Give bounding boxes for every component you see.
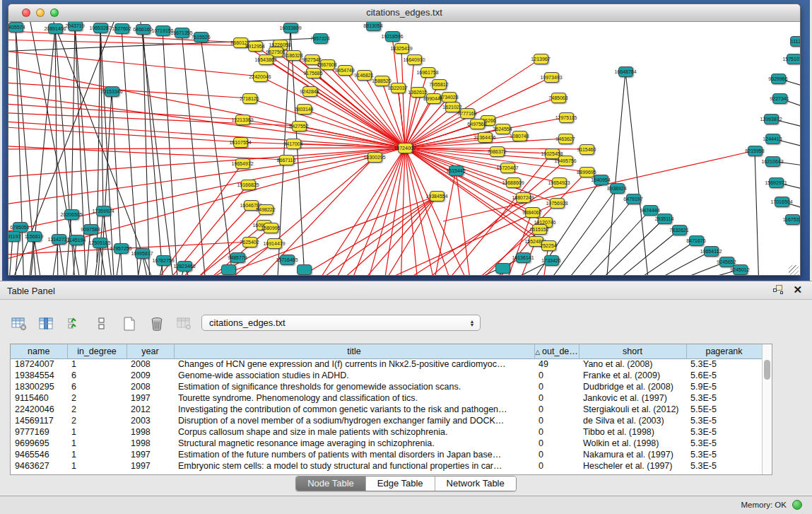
- graph-node[interactable]: 1156819: [27, 231, 42, 242]
- table-cell[interactable]: Hescheler et al. (1997): [579, 460, 686, 472]
- column-header-short[interactable]: short: [579, 344, 686, 358]
- graph-node[interactable]: 8471676: [689, 235, 704, 246]
- graph-node[interactable]: 10653287: [93, 23, 108, 33]
- graph-node[interactable]: 16543862: [259, 54, 273, 65]
- graph-node[interactable]: 8912954: [248, 41, 263, 52]
- table-cell[interactable]: Franke et al. (2009): [579, 370, 686, 381]
- table-cell[interactable]: Wolkin et al. (1998): [579, 438, 686, 449]
- table-cell[interactable]: de Silva et al. (2003): [579, 415, 686, 426]
- graph-node[interactable]: 16782759: [156, 255, 171, 266]
- table-cell[interactable]: 2012: [126, 404, 174, 415]
- node-attribute-table[interactable]: namein_degreeyeartitle△out_de…shortpager…: [11, 344, 763, 472]
- table-cell[interactable]: 2003: [126, 415, 174, 426]
- table-row[interactable]: 946362711997Embryonic stem cells: a mode…: [11, 460, 762, 472]
- float-panel-icon[interactable]: [773, 285, 783, 294]
- graph-node[interactable]: 15751074: [787, 54, 801, 64]
- graph-node[interactable]: 9245012: [733, 264, 748, 275]
- close-panel-icon[interactable]: ✕: [793, 285, 802, 294]
- table-cell[interactable]: 18300295: [11, 381, 67, 392]
- table-cell[interactable]: Disruption of a novel member of a sodium…: [174, 415, 534, 426]
- graph-node[interactable]: 15692971: [769, 177, 784, 188]
- graph-node[interactable]: 16648784: [618, 66, 633, 77]
- table-cell[interactable]: Yano et al. (2008): [579, 358, 686, 370]
- graph-node[interactable]: 16210643: [765, 156, 780, 167]
- column-header-pagerank[interactable]: pagerank: [686, 344, 762, 358]
- table-cell[interactable]: Nakamura et al. (1997): [579, 449, 686, 460]
- graph-node[interactable]: 16914479: [267, 238, 282, 249]
- table-cell[interactable]: 5.5E-5: [686, 404, 762, 415]
- graph-node[interactable]: 2043719: [68, 22, 83, 31]
- graph-node[interactable]: 8427552: [292, 121, 307, 132]
- graph-node[interactable]: 5498222: [259, 204, 273, 215]
- table-cell[interactable]: 9463627: [11, 460, 67, 472]
- table-cell[interactable]: 5.3E-5: [686, 392, 762, 404]
- graph-node[interactable]: 7955812: [432, 79, 447, 90]
- graph-node[interactable]: [495, 263, 510, 274]
- graph-node[interactable]: 16136141: [516, 252, 531, 263]
- table-cell[interactable]: 5.3E-5: [686, 358, 762, 370]
- graph-node[interactable]: 9115460: [579, 144, 594, 155]
- graph-node[interactable]: 19654923: [552, 177, 567, 188]
- graph-node[interactable]: 1167533: [785, 214, 800, 225]
- table-cell[interactable]: 1997: [126, 392, 174, 404]
- table-row[interactable]: 1456911722003Disruption of a novel membe…: [11, 415, 762, 426]
- column-header-out_de[interactable]: △out_de…: [534, 344, 579, 358]
- table-cell[interactable]: 2: [67, 404, 126, 415]
- table-cell[interactable]: 1: [67, 358, 126, 370]
- table-cell[interactable]: 0: [534, 449, 579, 460]
- graph-node[interactable]: 3624554: [495, 124, 510, 134]
- column-header-name[interactable]: name: [11, 344, 67, 358]
- table-cell[interactable]: 5.9E-5: [686, 381, 762, 392]
- table-vertical-scrollbar[interactable]: [762, 344, 772, 474]
- table-row[interactable]: 977716911998Corpus callosum shape and si…: [11, 426, 762, 438]
- window-resize-grip[interactable]: [789, 265, 799, 275]
- graph-node[interactable]: 1588520: [375, 76, 389, 86]
- table-row[interactable]: 2242004622012Investigating the contribut…: [11, 404, 762, 415]
- table-cell[interactable]: Estimation of significance thresholds fo…: [174, 381, 534, 392]
- graph-node[interactable]: 8322037: [391, 83, 406, 93]
- table-cell[interactable]: 5.3E-5: [686, 426, 762, 438]
- graph-node[interactable]: 16961758: [420, 67, 435, 78]
- tab-edge-table[interactable]: Edge Table: [366, 477, 435, 491]
- graph-node[interactable]: 17957255: [114, 243, 129, 254]
- table-cell[interactable]: Tibbo et al. (1998): [579, 426, 686, 438]
- graph-node[interactable]: 9097588: [83, 224, 98, 235]
- graph-node[interactable]: 20206505: [64, 209, 79, 220]
- table-cell[interactable]: 9777169: [11, 426, 67, 438]
- table-cell[interactable]: 0: [534, 415, 579, 426]
- graph-node[interactable]: 1527602: [114, 23, 129, 34]
- graph-node[interactable]: 13142737: [52, 234, 66, 245]
- graph-node[interactable]: 21364436: [478, 132, 493, 143]
- table-cell[interactable]: 2008: [126, 381, 174, 392]
- table-row[interactable]: 1938455462009Genome-wide association stu…: [11, 370, 762, 381]
- graph-node[interactable]: 1615152: [532, 224, 547, 235]
- column-header-in_degree[interactable]: in_degree: [67, 344, 126, 358]
- graph-node[interactable]: 10973493: [544, 72, 559, 83]
- graph-node[interactable]: 1244413: [765, 134, 780, 144]
- table-cell[interactable]: 5.3E-5: [686, 460, 762, 472]
- graph-node[interactable]: 20891406: [48, 23, 63, 34]
- table-cell[interactable]: 1997: [126, 460, 174, 472]
- table-cell[interactable]: 0: [534, 381, 579, 392]
- create-table-icon[interactable]: [120, 315, 139, 333]
- table-cell[interactable]: Embryonic stem cells: a model to study s…: [174, 460, 534, 472]
- graph-node[interactable]: 17016504: [775, 197, 789, 207]
- table-cell[interactable]: 1: [67, 460, 126, 472]
- table-cell[interactable]: 5.3E-5: [686, 415, 762, 426]
- graph-node[interactable]: 10719155: [155, 25, 170, 36]
- table-cell[interactable]: 18724007: [11, 358, 67, 370]
- table-cell[interactable]: 14569117: [11, 415, 67, 426]
- table-cell[interactable]: 1997: [126, 449, 174, 460]
- graph-node[interactable]: 12975115: [559, 112, 574, 123]
- graph-node[interactable]: 8813054: [366, 22, 381, 31]
- table-cell[interactable]: 6: [67, 370, 126, 381]
- show-columns-icon[interactable]: [37, 315, 56, 333]
- table-cell[interactable]: Investigating the contribution of common…: [174, 404, 534, 415]
- table-cell[interactable]: 5.3E-5: [686, 449, 762, 460]
- graph-node[interactable]: 7832621: [672, 225, 687, 235]
- graph-node[interactable]: 1145194: [69, 235, 84, 245]
- graph-node[interactable]: 8215958: [748, 146, 763, 156]
- table-row[interactable]: 1830029562008Estimation of significance …: [11, 381, 762, 392]
- graph-node[interactable]: 19384554: [430, 191, 445, 201]
- graph-node[interactable]: 8667110: [279, 155, 294, 165]
